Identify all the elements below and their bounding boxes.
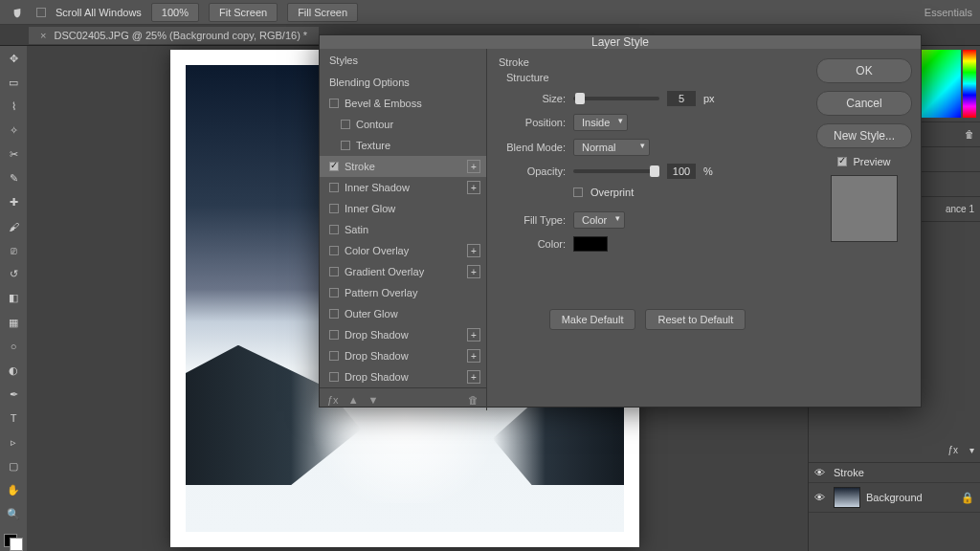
effect-checkbox[interactable] (329, 225, 339, 234)
color-swatch[interactable] (573, 236, 608, 252)
style-outer-glow[interactable]: Outer Glow (320, 303, 486, 324)
preview-checkbox[interactable] (837, 157, 847, 166)
tools-panel: ✥ ▭ ⌇ ✧ ✂ ✎ ✚ 🖌 ⎚ ↺ ◧ ▦ ○ ◐ ✒ T ▹ ▢ ✋ 🔍 (0, 46, 27, 551)
style-inner-glow[interactable]: Inner Glow (320, 198, 486, 219)
overprint-checkbox[interactable] (573, 187, 583, 197)
lasso-tool-icon[interactable]: ⌇ (4, 98, 23, 115)
fx-icon[interactable]: ƒx (327, 394, 339, 406)
effect-checkbox[interactable] (341, 141, 350, 150)
path-tool-icon[interactable]: ▹ (4, 434, 23, 452)
shape-tool-icon[interactable]: ▢ (4, 458, 23, 475)
layer-effect-stroke[interactable]: 👁 Stroke (809, 463, 980, 483)
add-effect-icon[interactable]: + (467, 181, 480, 194)
stroke-settings: Stroke Structure Size: px Position: Insi… (487, 49, 808, 410)
style-bevel-emboss[interactable]: Bevel & Emboss (320, 93, 486, 114)
gradient-tool-icon[interactable]: ▦ (4, 314, 23, 331)
new-style-button[interactable]: New Style... (816, 123, 912, 148)
style-texture[interactable]: Texture (320, 135, 486, 156)
fit-screen-button[interactable]: Fit Screen (209, 3, 278, 22)
blending-options[interactable]: Blending Options (320, 72, 486, 93)
add-effect-icon[interactable]: + (467, 160, 480, 173)
style-drop-shadow[interactable]: Drop Shadow+ (320, 324, 486, 345)
add-effect-icon[interactable]: + (467, 349, 480, 363)
crop-tool-icon[interactable]: ✂ (4, 145, 23, 163)
down-icon[interactable]: ▼ (368, 394, 379, 406)
wand-tool-icon[interactable]: ✧ (4, 121, 23, 139)
effect-checkbox[interactable] (329, 288, 339, 298)
ok-button[interactable]: OK (816, 58, 912, 83)
style-color-overlay[interactable]: Color Overlay+ (320, 240, 486, 261)
fx-row[interactable]: ƒx▾ (809, 438, 980, 463)
eraser-tool-icon[interactable]: ◧ (4, 290, 23, 307)
make-default-button[interactable]: Make Default (549, 309, 636, 330)
close-tab-icon[interactable]: × (40, 30, 46, 41)
lock-icon[interactable]: 🔒 (961, 492, 974, 504)
up-icon[interactable]: ▲ (348, 394, 359, 406)
opacity-unit: % (703, 165, 713, 177)
add-effect-icon[interactable]: + (467, 244, 480, 257)
effect-label: Satin (345, 224, 368, 235)
size-input[interactable] (667, 91, 696, 106)
visibility-icon[interactable]: 👁 (814, 467, 828, 478)
effect-checkbox[interactable] (329, 372, 339, 382)
fill-type-dropdown[interactable]: Color (573, 211, 625, 229)
document-tab[interactable]: × DSC02405.JPG @ 25% (Background copy, R… (29, 27, 319, 44)
effect-checkbox[interactable] (329, 330, 339, 340)
stamp-tool-icon[interactable]: ⎚ (4, 242, 23, 259)
cancel-button[interactable]: Cancel (816, 91, 912, 116)
effect-checkbox[interactable] (329, 246, 339, 255)
hand-tool-icon[interactable]: ✋ (4, 482, 23, 499)
heal-tool-icon[interactable]: ✚ (4, 194, 23, 211)
layer-style-dialog: Layer Style Styles Blending Options Beve… (319, 34, 922, 408)
effect-checkbox[interactable] (329, 351, 339, 361)
effect-checkbox[interactable] (329, 267, 339, 276)
opacity-slider[interactable] (573, 169, 659, 173)
style-stroke[interactable]: Stroke+ (320, 156, 486, 177)
brush-tool-icon[interactable]: 🖌 (4, 218, 23, 235)
add-effect-icon[interactable]: + (467, 370, 480, 384)
effect-checkbox[interactable] (329, 162, 339, 171)
style-drop-shadow[interactable]: Drop Shadow+ (320, 345, 486, 366)
zoom-level[interactable]: 100% (151, 3, 199, 22)
pen-tool-icon[interactable]: ✒ (4, 386, 23, 403)
size-label: Size: (499, 93, 566, 104)
blur-tool-icon[interactable]: ○ (4, 338, 23, 355)
effect-checkbox[interactable] (341, 120, 350, 129)
structure-label: Structure (506, 72, 796, 83)
workspace-label[interactable]: Essentials (924, 7, 972, 18)
history-brush-icon[interactable]: ↺ (4, 266, 23, 283)
add-effect-icon[interactable]: + (467, 265, 480, 278)
effect-checkbox[interactable] (329, 204, 339, 213)
eyedropper-tool-icon[interactable]: ✎ (4, 169, 23, 187)
style-pattern-overlay[interactable]: Pattern Overlay (320, 282, 486, 303)
dodge-tool-icon[interactable]: ◐ (4, 362, 23, 379)
color-swatches[interactable] (4, 534, 23, 551)
style-drop-shadow[interactable]: Drop Shadow+ (320, 366, 486, 387)
trash-icon[interactable]: 🗑 (965, 129, 974, 140)
visibility-icon[interactable]: 👁 (814, 492, 828, 503)
options-bar: Scroll All Windows 100% Fit Screen Fill … (0, 0, 980, 25)
effect-label: Texture (356, 140, 390, 151)
effect-checkbox[interactable] (329, 183, 339, 192)
effect-checkbox[interactable] (329, 309, 339, 319)
fill-screen-button[interactable]: Fill Screen (287, 3, 358, 22)
preview-label: Preview (853, 156, 890, 167)
style-satin[interactable]: Satin (320, 219, 486, 240)
style-gradient-overlay[interactable]: Gradient Overlay+ (320, 261, 486, 282)
marquee-tool-icon[interactable]: ▭ (4, 74, 23, 91)
size-slider[interactable] (573, 97, 659, 100)
move-tool-icon[interactable]: ✥ (4, 50, 23, 67)
effect-checkbox[interactable] (329, 99, 339, 108)
opacity-input[interactable] (667, 164, 696, 179)
trash-icon[interactable]: 🗑 (468, 394, 479, 406)
layer-background[interactable]: 👁 Background 🔒 (809, 483, 980, 513)
blend-dropdown[interactable]: Normal (573, 139, 650, 156)
type-tool-icon[interactable]: T (4, 409, 23, 427)
reset-default-button[interactable]: Reset to Default (645, 309, 746, 330)
style-inner-shadow[interactable]: Inner Shadow+ (320, 177, 486, 198)
scroll-all-checkbox[interactable] (36, 8, 46, 17)
position-dropdown[interactable]: Inside (573, 114, 628, 131)
zoom-tool-icon[interactable]: 🔍 (4, 506, 23, 523)
add-effect-icon[interactable]: + (467, 328, 480, 342)
style-contour[interactable]: Contour (320, 114, 486, 135)
